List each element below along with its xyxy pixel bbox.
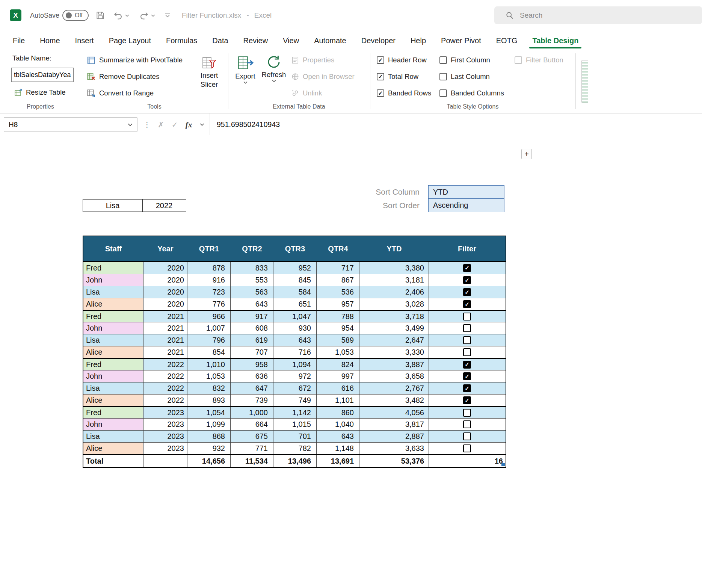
ribbon-tab-view[interactable]: View [275, 32, 306, 49]
data-cell[interactable]: 2022 [143, 370, 187, 382]
data-cell[interactable]: 954 [317, 322, 359, 334]
staff-cell[interactable]: Fred [83, 262, 143, 274]
summarize-pivottable-button[interactable]: Summarize with PivotTable [86, 55, 183, 65]
ribbon-tab-automate[interactable]: Automate [306, 32, 354, 49]
enter-icon[interactable]: ✓ [172, 120, 178, 129]
data-cell[interactable]: 2020 [143, 298, 187, 310]
data-cell[interactable]: 832 [187, 382, 231, 394]
autosave-toggle[interactable]: Off [62, 10, 89, 21]
data-cell[interactable]: 952 [273, 262, 317, 274]
filter-checkbox-unchecked[interactable] [463, 409, 471, 417]
data-cell[interactable]: 1,015 [273, 419, 317, 430]
staff-cell[interactable]: Fred [83, 359, 143, 370]
data-cell[interactable]: 664 [231, 419, 273, 430]
data-cell[interactable]: 878 [187, 262, 231, 274]
data-cell[interactable]: 833 [231, 262, 273, 274]
data-cell[interactable]: 1,053 [317, 346, 359, 358]
data-cell[interactable]: 2023 [143, 419, 187, 430]
data-cell[interactable]: 2022 [143, 359, 187, 370]
data-cell[interactable]: 997 [317, 370, 359, 382]
data-cell[interactable]: 788 [317, 311, 359, 322]
filter-checkbox-checked[interactable] [463, 276, 471, 284]
data-cell[interactable]: 966 [187, 311, 231, 322]
data-cell[interactable]: 916 [187, 274, 231, 286]
staff-cell[interactable]: John [83, 419, 143, 430]
data-cell[interactable]: 1,007 [187, 322, 231, 334]
data-cell[interactable]: 749 [273, 395, 317, 406]
filter-checkbox-checked[interactable] [463, 264, 471, 272]
ribbon-tab-home[interactable]: Home [32, 32, 67, 49]
data-cell[interactable]: 716 [273, 346, 317, 358]
data-cell[interactable]: 771 [231, 443, 273, 454]
data-cell[interactable]: 2021 [143, 346, 187, 358]
data-cell[interactable]: 3,718 [359, 311, 429, 322]
data-cell[interactable]: 739 [231, 395, 273, 406]
staff-cell[interactable]: Alice [83, 443, 143, 454]
data-cell[interactable]: 2021 [143, 322, 187, 334]
data-cell[interactable]: 723 [187, 286, 231, 298]
remove-duplicates-button[interactable]: Remove Duplicates [86, 71, 159, 82]
data-cell[interactable]: 776 [187, 298, 231, 310]
data-cell[interactable]: 1,142 [273, 407, 317, 418]
staff-cell[interactable]: Alice [83, 395, 143, 406]
data-cell[interactable]: 2021 [143, 334, 187, 346]
refresh-button[interactable]: Refresh [261, 54, 287, 82]
data-cell[interactable]: 932 [187, 443, 231, 454]
table-name-input[interactable] [11, 68, 74, 82]
ribbon-tab-developer[interactable]: Developer [354, 32, 403, 49]
ribbon-tab-file[interactable]: File [5, 32, 32, 49]
checkbox-total-row[interactable]: Total Row [377, 71, 418, 82]
data-cell[interactable]: 636 [231, 370, 273, 382]
data-cell[interactable]: 643 [273, 334, 317, 346]
data-cell[interactable]: 4,056 [359, 407, 429, 418]
staff-cell[interactable]: Lisa [83, 431, 143, 442]
data-cell[interactable]: 3,482 [359, 395, 429, 406]
data-cell[interactable]: 1,101 [317, 395, 359, 406]
checkbox-banded-rows[interactable]: Banded Rows [377, 88, 431, 98]
data-cell[interactable]: 930 [273, 322, 317, 334]
sort-order-value[interactable]: Ascending [428, 198, 504, 212]
resize-table-button[interactable]: Resize Table [14, 87, 66, 98]
filter-checkbox-checked[interactable] [463, 361, 471, 369]
filter-checkbox-unchecked[interactable] [463, 324, 471, 332]
data-cell[interactable]: 2020 [143, 286, 187, 298]
ribbon-tab-power-pivot[interactable]: Power Pivot [433, 32, 489, 49]
filter-checkbox-unchecked[interactable] [463, 336, 471, 344]
criteria-name-cell[interactable]: Lisa [83, 199, 143, 212]
add-button[interactable]: + [521, 149, 532, 159]
export-button[interactable]: Export [233, 54, 258, 84]
data-cell[interactable]: 796 [187, 334, 231, 346]
data-cell[interactable]: 3,887 [359, 359, 429, 370]
data-cell[interactable]: 958 [231, 359, 273, 370]
data-cell[interactable]: 2023 [143, 407, 187, 418]
data-cell[interactable]: 647 [231, 382, 273, 394]
staff-cell[interactable]: Lisa [83, 286, 143, 298]
ribbon-tab-table-design[interactable]: Table Design [525, 32, 586, 49]
data-cell[interactable]: 589 [317, 334, 359, 346]
ribbon-tab-formulas[interactable]: Formulas [159, 32, 205, 49]
data-cell[interactable]: 1,053 [187, 370, 231, 382]
selection-handle[interactable] [501, 463, 505, 466]
staff-cell[interactable]: Lisa [83, 382, 143, 394]
data-cell[interactable]: 2022 [143, 395, 187, 406]
data-cell[interactable]: 619 [231, 334, 273, 346]
data-cell[interactable]: 643 [317, 431, 359, 442]
insert-slicer-button[interactable]: Insert Slicer [195, 55, 224, 89]
data-cell[interactable]: 2023 [143, 431, 187, 442]
data-cell[interactable]: 608 [231, 322, 273, 334]
data-cell[interactable]: 868 [187, 431, 231, 442]
data-cell[interactable]: 553 [231, 274, 273, 286]
ribbon-tab-page-layout[interactable]: Page Layout [101, 32, 159, 49]
data-cell[interactable]: 651 [273, 298, 317, 310]
data-cell[interactable]: 3,028 [359, 298, 429, 310]
staff-cell[interactable]: Fred [83, 407, 143, 418]
excel-logo-icon[interactable]: X [10, 9, 21, 21]
staff-cell[interactable]: Lisa [83, 334, 143, 346]
data-cell[interactable]: 972 [273, 370, 317, 382]
data-cell[interactable]: 1,047 [273, 311, 317, 322]
filter-checkbox-unchecked[interactable] [463, 313, 471, 320]
data-cell[interactable]: 1,099 [187, 419, 231, 430]
data-cell[interactable]: 3,633 [359, 443, 429, 454]
customize-quick-access-button[interactable] [165, 12, 171, 18]
data-cell[interactable]: 2,767 [359, 382, 429, 394]
